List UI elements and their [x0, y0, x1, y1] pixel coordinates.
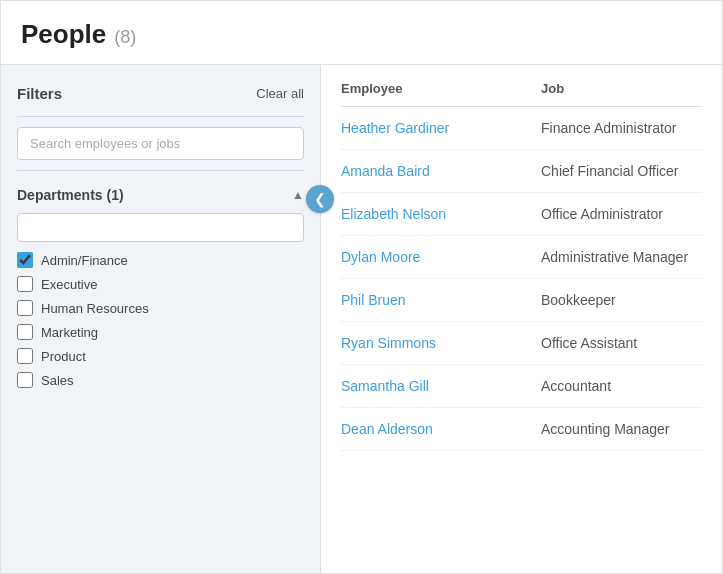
employee-name[interactable]: Dylan Moore	[341, 249, 541, 265]
dept-checkbox-0[interactable]	[17, 252, 33, 268]
column-employee-header: Employee	[341, 81, 541, 96]
page-header: People (8)	[1, 1, 722, 65]
table-row: Dean AldersonAccounting Manager	[341, 408, 702, 451]
sidebar: Filters Clear all ❮ Departments (1) ▲ Ad…	[1, 65, 321, 573]
job-title: Administrative Manager	[541, 249, 702, 265]
filter-header: Filters Clear all	[17, 85, 304, 102]
search-input[interactable]	[17, 127, 304, 160]
employee-table: Heather GardinerFinance AdministratorAma…	[341, 107, 702, 451]
right-content: Employee Job Heather GardinerFinance Adm…	[321, 65, 722, 573]
table-row: Amanda BairdChief Financial Officer	[341, 150, 702, 193]
dept-checkbox-4[interactable]	[17, 348, 33, 364]
department-item: Sales	[17, 372, 304, 388]
dept-label-2: Human Resources	[41, 301, 149, 316]
dept-checkbox-5[interactable]	[17, 372, 33, 388]
main-content: Filters Clear all ❮ Departments (1) ▲ Ad…	[1, 65, 722, 573]
employee-name[interactable]: Heather Gardiner	[341, 120, 541, 136]
departments-section: Departments (1) ▲ Admin/FinanceExecutive…	[17, 187, 304, 388]
job-title: Finance Administrator	[541, 120, 702, 136]
clear-all-button[interactable]: Clear all	[256, 86, 304, 101]
employee-name[interactable]: Elizabeth Nelson	[341, 206, 541, 222]
department-item: Executive	[17, 276, 304, 292]
dept-label-1: Executive	[41, 277, 97, 292]
employee-name[interactable]: Samantha Gill	[341, 378, 541, 394]
job-title: Chief Financial Officer	[541, 163, 702, 179]
chevron-up-icon: ▲	[292, 188, 304, 202]
job-title: Accounting Manager	[541, 421, 702, 437]
employee-name[interactable]: Amanda Baird	[341, 163, 541, 179]
page-container: People (8) Filters Clear all ❮ Departmen…	[0, 0, 723, 574]
divider-top	[17, 116, 304, 117]
employee-name[interactable]: Ryan Simmons	[341, 335, 541, 351]
table-row: Elizabeth NelsonOffice Administrator	[341, 193, 702, 236]
page-title: People	[21, 19, 106, 50]
chevron-left-icon: ❮	[314, 191, 326, 207]
department-search-input[interactable]	[17, 213, 304, 242]
employee-name[interactable]: Dean Alderson	[341, 421, 541, 437]
department-checkboxes: Admin/FinanceExecutiveHuman ResourcesMar…	[17, 252, 304, 388]
table-row: Heather GardinerFinance Administrator	[341, 107, 702, 150]
departments-label: Departments (1)	[17, 187, 124, 203]
dept-checkbox-2[interactable]	[17, 300, 33, 316]
column-job-header: Job	[541, 81, 702, 96]
job-title: Accountant	[541, 378, 702, 394]
table-row: Phil BruenBookkeeper	[341, 279, 702, 322]
divider-mid	[17, 170, 304, 171]
job-title: Bookkeeper	[541, 292, 702, 308]
table-header: Employee Job	[341, 65, 702, 107]
dept-label-0: Admin/Finance	[41, 253, 128, 268]
table-row: Ryan SimmonsOffice Assistant	[341, 322, 702, 365]
table-row: Dylan MooreAdministrative Manager	[341, 236, 702, 279]
filters-label: Filters	[17, 85, 62, 102]
dept-label-4: Product	[41, 349, 86, 364]
dept-checkbox-1[interactable]	[17, 276, 33, 292]
collapse-sidebar-button[interactable]: ❮	[306, 185, 334, 213]
department-item: Marketing	[17, 324, 304, 340]
employee-name[interactable]: Phil Bruen	[341, 292, 541, 308]
departments-header[interactable]: Departments (1) ▲	[17, 187, 304, 203]
dept-label-3: Marketing	[41, 325, 98, 340]
department-item: Admin/Finance	[17, 252, 304, 268]
job-title: Office Assistant	[541, 335, 702, 351]
department-item: Human Resources	[17, 300, 304, 316]
table-row: Samantha GillAccountant	[341, 365, 702, 408]
dept-label-5: Sales	[41, 373, 74, 388]
page-count: (8)	[114, 27, 136, 48]
dept-checkbox-3[interactable]	[17, 324, 33, 340]
department-item: Product	[17, 348, 304, 364]
job-title: Office Administrator	[541, 206, 702, 222]
